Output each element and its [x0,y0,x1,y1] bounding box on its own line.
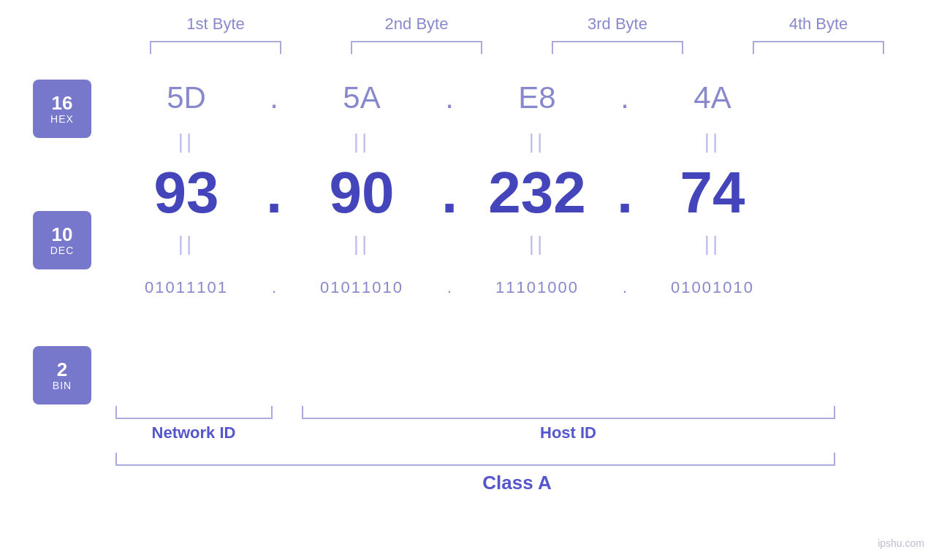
bin-b4: 01001010 [639,278,786,297]
bin-badge-label: BIN [53,380,72,391]
id-labels-row: Network ID Host ID [115,423,919,442]
equals-1-b1: || [113,130,259,153]
bracket-3 [552,41,683,54]
byte3-header: 3rd Byte [537,15,698,34]
badge-spacer-1 [33,138,95,211]
hex-row: 5D . 5A . E8 . 4A [113,69,939,127]
bin-badge-number: 2 [57,359,67,380]
byte4-header: 4th Byte [738,15,899,34]
class-bracket [115,453,835,466]
dec-badge-label: DEC [50,245,75,256]
host-id-bracket [302,406,835,419]
dec-badge-number: 10 [52,224,73,245]
hex-badge-number: 16 [52,93,73,114]
bracket-4 [753,41,884,54]
hex-b2: 5A [289,80,435,115]
byte2-header: 2nd Byte [336,15,497,34]
equals-1-b3: || [464,130,610,153]
dot-bin-1: . [259,278,289,297]
badges-column: 16 HEX 10 DEC 2 BIN [33,69,95,404]
dot-hex-1: . [259,80,289,115]
dot-bin-2: . [435,278,464,297]
dec-b4: 74 [639,159,786,226]
bin-b3: 11101000 [464,278,610,297]
content-area: 16 HEX 10 DEC 2 BIN 5D . 5A . E8 [0,69,939,404]
bin-b2: 01011010 [289,278,435,297]
equals-2-b1: || [113,232,259,256]
class-bracket-row [115,453,919,466]
host-id-label: Host ID [302,423,835,442]
values-area: 5D . 5A . E8 . 4A || || || || 93 [113,69,939,404]
bin-b1: 01011101 [113,278,259,297]
dec-b3: 232 [464,159,610,226]
top-brackets [115,41,919,54]
dec-badge: 10 DEC [33,211,91,269]
hex-badge-label: HEX [50,113,74,125]
dot-dec-3: . [610,159,639,226]
bin-badge: 2 BIN [33,346,91,404]
hex-b3: E8 [464,80,610,115]
hex-b4: 4A [639,80,786,115]
bracket-2 [351,41,482,54]
equals-2-b3: || [464,232,610,256]
equals-row-2: || || || || [113,229,939,258]
dot-bin-3: . [610,278,639,297]
bracket-1 [150,41,281,54]
hex-b1: 5D [113,80,259,115]
equals-2-b4: || [639,232,786,256]
hex-badge: 16 HEX [33,80,91,138]
badge-spacer-2 [33,269,95,346]
main-container: 1st Byte 2nd Byte 3rd Byte 4th Byte 16 H… [0,0,939,560]
bin-row: 01011101 . 01011010 . 11101000 . 0100101… [113,258,939,317]
byte1-header: 1st Byte [135,15,296,34]
dec-b1: 93 [113,159,259,226]
watermark: ipshu.com [878,537,924,549]
class-label: Class A [157,472,877,494]
dot-hex-3: . [610,80,639,115]
bottom-brackets-row [115,406,919,419]
network-id-bracket [115,406,273,419]
equals-row-1: || || || || [113,127,939,156]
equals-2-b2: || [289,232,435,256]
equals-1-b4: || [639,130,786,153]
byte-headers: 1st Byte 2nd Byte 3rd Byte 4th Byte [115,15,919,34]
equals-1-b2: || [289,130,435,153]
class-label-row: Class A [115,472,919,494]
dot-dec-1: . [259,159,289,226]
dec-b2: 90 [289,159,435,226]
dec-row: 93 . 90 . 232 . 74 [113,156,939,229]
dot-dec-2: . [435,159,464,226]
dot-hex-2: . [435,80,464,115]
network-id-label: Network ID [115,423,273,442]
